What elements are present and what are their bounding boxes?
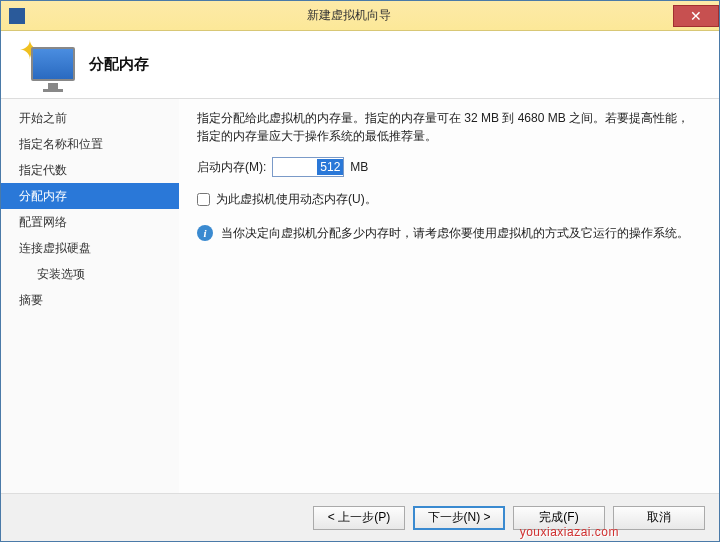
memory-field-row: 启动内存(M): 512 MB (197, 157, 701, 177)
wizard-header-icon: ✦ (17, 39, 77, 91)
monitor-icon (31, 47, 75, 81)
dynamic-memory-label: 为此虚拟机使用动态内存(U)。 (216, 191, 377, 208)
cancel-button[interactable]: 取消 (613, 506, 705, 530)
sidebar-item-configure-network[interactable]: 配置网络 (1, 209, 179, 235)
sidebar-item-connect-disk[interactable]: 连接虚拟硬盘 (1, 235, 179, 261)
page-title: 分配内存 (89, 55, 149, 74)
dynamic-memory-checkbox[interactable] (197, 193, 210, 206)
memory-unit: MB (350, 160, 368, 174)
window-title: 新建虚拟机向导 (25, 7, 673, 24)
sidebar-item-generation[interactable]: 指定代数 (1, 157, 179, 183)
previous-button[interactable]: < 上一步(P) (313, 506, 405, 530)
titlebar: 新建虚拟机向导 ✕ (1, 1, 719, 31)
sidebar-item-assign-memory[interactable]: 分配内存 (1, 183, 179, 209)
next-button[interactable]: 下一步(N) > (413, 506, 505, 530)
wizard-footer: < 上一步(P) 下一步(N) > 完成(F) 取消 youxiaxiazai.… (1, 493, 719, 541)
main-panel: 指定分配给此虚拟机的内存量。指定的内存量可在 32 MB 到 4680 MB 之… (179, 99, 719, 493)
close-icon: ✕ (690, 8, 702, 24)
info-text: 当你决定向虚拟机分配多少内存时，请考虑你要使用虚拟机的方式及它运行的操作系统。 (221, 224, 689, 242)
info-row: i 当你决定向虚拟机分配多少内存时，请考虑你要使用虚拟机的方式及它运行的操作系统… (197, 224, 701, 242)
wizard-header: ✦ 分配内存 (1, 31, 719, 99)
memory-input[interactable]: 512 (272, 157, 344, 177)
wizard-window: 新建虚拟机向导 ✕ ✦ 分配内存 开始之前 指定名称和位置 指定代数 分配内存 … (0, 0, 720, 542)
memory-value-selection: 512 (317, 159, 343, 175)
memory-label: 启动内存(M): (197, 159, 266, 176)
close-button[interactable]: ✕ (673, 5, 719, 27)
app-icon (9, 8, 25, 24)
wizard-body: 开始之前 指定名称和位置 指定代数 分配内存 配置网络 连接虚拟硬盘 安装选项 … (1, 99, 719, 493)
wizard-sidebar: 开始之前 指定名称和位置 指定代数 分配内存 配置网络 连接虚拟硬盘 安装选项 … (1, 99, 179, 493)
watermark-text: youxiaxiazai.com (520, 525, 619, 539)
sidebar-item-summary[interactable]: 摘要 (1, 287, 179, 313)
dynamic-memory-row: 为此虚拟机使用动态内存(U)。 (197, 191, 701, 208)
description-text: 指定分配给此虚拟机的内存量。指定的内存量可在 32 MB 到 4680 MB 之… (197, 109, 701, 145)
sidebar-item-install-options[interactable]: 安装选项 (1, 261, 179, 287)
sidebar-item-before-start[interactable]: 开始之前 (1, 105, 179, 131)
sidebar-item-name-location[interactable]: 指定名称和位置 (1, 131, 179, 157)
info-icon: i (197, 225, 213, 241)
